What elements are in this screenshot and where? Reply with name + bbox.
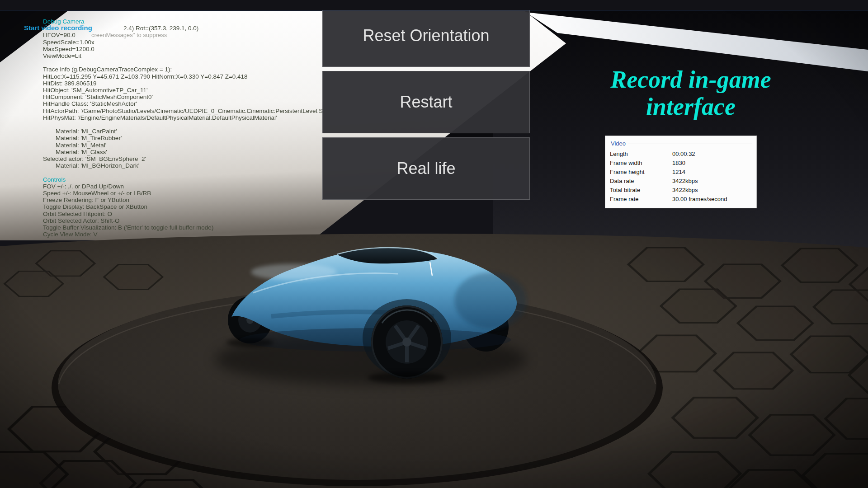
video-info-value: 1214: [672, 169, 752, 175]
video-info-value: 30.00 frames/second: [672, 196, 752, 202]
debug-line: FOV +/-: ,/. or DPad Up/Down: [43, 183, 323, 190]
debug-line: HitObject: 'SM_AutomotiveTP_Car_11': [43, 87, 323, 94]
screen-message: Start video recording: [24, 24, 92, 32]
debug-line: Material: 'M_Glass': [43, 149, 323, 155]
video-info-value: 3422kbps: [672, 178, 752, 184]
debug-line: Orbit Selected Hitpoint: O: [43, 211, 323, 217]
video-info-row: Total bitrate 3422kbps: [610, 185, 752, 194]
video-info-rows: Length 00:00:32 Frame width 1830 Frame h…: [610, 149, 752, 203]
debug-line: HitDist: 389.806519: [43, 80, 323, 87]
video-info-label: Frame height: [610, 169, 672, 175]
page-title-line2: interface: [578, 93, 804, 120]
debug-line: Trace info (g.DebugCameraTraceComplex = …: [43, 66, 323, 73]
debug-line: HitHandle Class: 'StaticMeshActor': [43, 100, 323, 107]
debug-line: Material: 'MI_BGHorizon_Dark': [43, 162, 323, 169]
page-title-line1: Record in-game: [578, 66, 804, 93]
debug-line: HitLoc:X=115.295 Y=45.671 Z=103.790 HitN…: [43, 73, 323, 80]
window-top-bar: [0, 0, 868, 10]
video-info-header: Video: [610, 139, 752, 148]
video-info-row: Frame height 1214: [610, 167, 752, 176]
debug-line: HitActorPath: '/Game/PhotoStudio/Levels/…: [43, 108, 323, 114]
game-menu: Reset Orientation Restart Real life: [322, 5, 530, 200]
menu-button-label: Reset Orientation: [363, 26, 489, 45]
debug-line: Material: 'M_TireRubber': [43, 135, 323, 141]
video-info-value: 3422kbps: [672, 187, 752, 193]
restart-button[interactable]: Restart: [322, 71, 530, 133]
debug-lines: 2.4) Rot=(357.3, 239.1, 0.0)HFOV=90.0Spe…: [43, 25, 323, 238]
debug-line: Speed +/-: MouseWheel or +/- or LB/RB: [43, 190, 323, 197]
page-title: Record in-game interface: [578, 66, 804, 121]
suppress-messages-hint: creenMessages" to suppress: [91, 32, 167, 38]
debug-line: MaxSpeed=1200.0: [43, 46, 323, 52]
debug-line: [43, 59, 323, 66]
debug-line: Orbit Selected Actor: Shift-O: [43, 217, 323, 224]
reset-orientation-button[interactable]: Reset Orientation: [322, 5, 530, 67]
debug-line: Material: 'MI_CarPaint': [43, 128, 323, 135]
menu-button-label: Real life: [396, 159, 455, 178]
video-info-value: 1830: [672, 160, 752, 166]
debug-line: [43, 169, 323, 176]
video-info-label: Frame rate: [610, 196, 672, 202]
app-window: Debug Camera 2.4) Rot=(357.3, 239.1, 0.0…: [0, 0, 868, 488]
debug-line: Toggle Display: BackSpace or XButton: [43, 203, 323, 210]
debug-line: Cycle View Mode: V: [43, 231, 323, 238]
real-life-button[interactable]: Real life: [322, 137, 530, 200]
debug-line: HitPhysMat: '/Engine/EngineMaterials/Def…: [43, 114, 323, 121]
debug-line: HitComponent: 'StaticMeshComponent0': [43, 94, 323, 100]
group-divider-line: [628, 144, 752, 144]
video-info-panel: Video Length 00:00:32 Frame width 1830 F…: [605, 136, 757, 208]
video-info-row: Frame rate 30.00 frames/second: [610, 194, 752, 203]
debug-line: Controls: [43, 176, 323, 183]
debug-line: Selected actor: 'SM_BGEnvSphere_2': [43, 155, 323, 162]
debug-line: Material: 'M_Metal': [43, 142, 323, 149]
video-info-label: Frame width: [610, 160, 672, 166]
debug-line: [43, 121, 323, 128]
video-info-label: Total bitrate: [610, 187, 672, 193]
debug-line: Freeze Rendering: F or YButton: [43, 197, 323, 203]
menu-button-label: Restart: [400, 93, 452, 112]
video-group-label: Video: [610, 140, 626, 147]
debug-line: HFOV=90.0: [43, 32, 323, 38]
debug-line: Toggle Buffer Visualization: B ('Enter' …: [43, 224, 323, 231]
video-info-label: Data rate: [610, 178, 672, 184]
video-info-row: Data rate 3422kbps: [610, 176, 752, 185]
debug-camera-overlay: Debug Camera 2.4) Rot=(357.3, 239.1, 0.0…: [43, 18, 323, 238]
video-info-row: Length 00:00:32: [610, 149, 752, 158]
video-info-row: Frame width 1830: [610, 158, 752, 167]
video-info-value: 00:00:32: [672, 150, 752, 157]
video-info-label: Length: [610, 150, 672, 157]
debug-line: SpeedScale=1.00x: [43, 39, 323, 46]
debug-line: ViewMode=Lit: [43, 52, 323, 59]
